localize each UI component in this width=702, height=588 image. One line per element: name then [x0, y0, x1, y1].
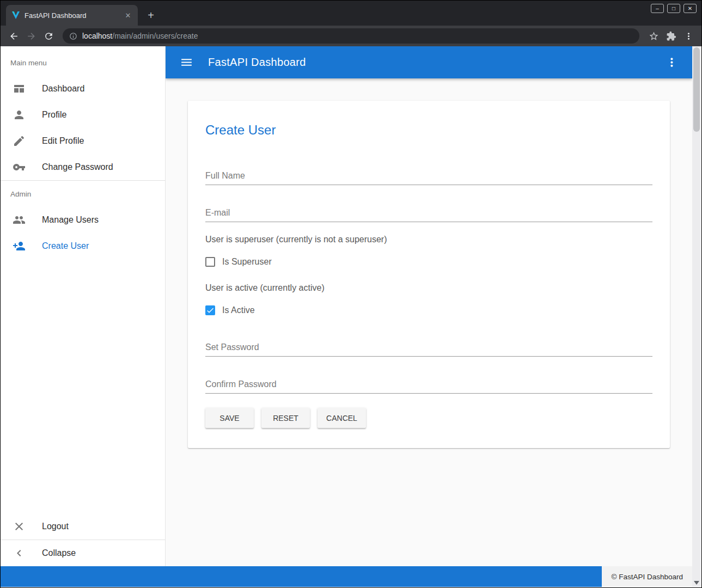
set-password-label: Set Password [205, 342, 652, 352]
app-footer: © FastAPI Dashboard [1, 566, 692, 587]
people-icon [13, 213, 26, 226]
extensions-button[interactable] [663, 28, 679, 44]
sidebar-item-label: Logout [42, 522, 69, 531]
cancel-button[interactable]: CANCEL [318, 408, 366, 428]
is-superuser-label[interactable]: Is Superuser [222, 257, 272, 267]
dots-vertical-icon [665, 56, 679, 69]
sidebar-section-header-admin: Admin [1, 181, 165, 207]
set-password-field[interactable]: Set Password [205, 342, 652, 357]
extensions-icon [666, 31, 676, 41]
is-active-checkbox-row: Is Active [205, 304, 652, 317]
window-close-button[interactable]: ✕ [683, 4, 697, 13]
back-arrow-icon [9, 31, 19, 41]
is-superuser-checkbox-row: Is Superuser [205, 255, 652, 268]
sidebar-item-logout[interactable]: Logout [1, 513, 165, 540]
person-add-icon [13, 240, 26, 253]
form-buttons: SAVE RESET CANCEL [205, 408, 652, 428]
vuetify-favicon-icon [11, 11, 20, 20]
page-info-icon [69, 32, 77, 40]
sidebar-section-header-main-menu: Main menu [1, 50, 165, 76]
chevron-left-icon [13, 547, 26, 560]
page-scrollbar[interactable] [692, 46, 701, 587]
star-icon [649, 31, 659, 41]
active-note: User is active (currently active) [205, 283, 652, 293]
is-active-label[interactable]: Is Active [222, 305, 255, 315]
field-underline [205, 356, 652, 357]
window-maximize-button[interactable]: □ [667, 4, 680, 13]
check-icon [206, 306, 215, 315]
window-controls: – □ ✕ [651, 4, 697, 13]
reload-icon [44, 31, 54, 41]
new-tab-button[interactable]: + [143, 8, 158, 23]
browser-titlebar: FastAPI Dashboard ✕ + – □ ✕ [1, 1, 701, 26]
scrollbar-down-arrow-icon[interactable] [694, 581, 699, 585]
sidebar-item-profile[interactable]: Profile [1, 102, 165, 128]
forward-arrow-icon [26, 31, 36, 41]
email-field[interactable]: E-mail [205, 207, 652, 222]
full-name-label: Full Name [205, 170, 652, 181]
sidebar-item-label: Create User [42, 241, 89, 251]
forward-button[interactable] [23, 28, 39, 44]
hamburger-menu-button[interactable] [176, 53, 196, 72]
browser-menu-button[interactable] [681, 28, 696, 44]
dashboard-icon [13, 82, 26, 95]
create-user-card: Create User Full Name E-mail User is sup… [188, 101, 670, 448]
back-button[interactable] [6, 28, 21, 44]
app-title: FastAPI Dashboard [208, 56, 306, 69]
tab-close-icon[interactable]: ✕ [124, 11, 132, 20]
app-bar: FastAPI Dashboard [166, 46, 692, 78]
sidebar: Main menu Dashboard Profile Edit Profile… [1, 46, 166, 566]
sidebar-item-create-user[interactable]: Create User [1, 233, 165, 259]
person-icon [13, 108, 26, 121]
footer-copyright: © FastAPI Dashboard [602, 566, 692, 587]
url-bar[interactable]: localhost/main/admin/users/create [63, 28, 639, 44]
reload-button[interactable] [41, 28, 56, 44]
superuser-note: User is superuser (currently is not a su… [205, 234, 652, 244]
field-underline [205, 222, 652, 222]
url-text: localhost/main/admin/users/create [82, 32, 198, 40]
hamburger-icon [180, 56, 193, 69]
close-icon [13, 520, 26, 533]
sidebar-item-manage-users[interactable]: Manage Users [1, 207, 165, 233]
sidebar-item-label: Edit Profile [42, 136, 84, 146]
sidebar-spacer [1, 259, 165, 513]
window-minimize-button[interactable]: – [651, 4, 664, 13]
sidebar-item-label: Collapse [42, 548, 76, 558]
footer-bar [1, 566, 602, 587]
confirm-password-label: Confirm Password [205, 379, 652, 389]
key-icon [13, 161, 26, 174]
confirm-password-field[interactable]: Confirm Password [205, 379, 652, 394]
sidebar-item-dashboard[interactable]: Dashboard [1, 76, 165, 102]
bookmark-button[interactable] [646, 28, 661, 44]
main-content: Create User Full Name E-mail User is sup… [166, 78, 692, 566]
sidebar-item-edit-profile[interactable]: Edit Profile [1, 128, 165, 154]
sidebar-item-label: Profile [42, 110, 66, 120]
email-label: E-mail [205, 207, 652, 218]
sidebar-item-change-password[interactable]: Change Password [1, 154, 165, 180]
browser-toolbar: localhost/main/admin/users/create [1, 26, 701, 46]
sidebar-item-label: Manage Users [42, 215, 99, 225]
full-name-field[interactable]: Full Name [205, 170, 652, 185]
field-underline [205, 185, 652, 185]
is-active-checkbox[interactable] [205, 305, 215, 315]
scrollbar-thumb[interactable] [693, 47, 700, 132]
pencil-icon [13, 134, 26, 148]
page-title: Create User [205, 122, 652, 138]
sidebar-item-label: Dashboard [42, 84, 84, 94]
tab-title: FastAPI Dashboard [25, 11, 119, 20]
save-button[interactable]: SAVE [205, 408, 254, 428]
field-underline [205, 393, 652, 394]
browser-tab[interactable]: FastAPI Dashboard ✕ [6, 5, 138, 26]
app-menu-button[interactable] [662, 53, 681, 72]
url-path: /main/admin/users/create [112, 32, 198, 40]
reset-button[interactable]: RESET [261, 408, 310, 428]
sidebar-item-label: Change Password [42, 162, 113, 172]
sidebar-item-collapse[interactable]: Collapse [1, 540, 165, 566]
dots-vertical-icon [683, 31, 694, 41]
is-superuser-checkbox[interactable] [205, 257, 215, 267]
browser-window: FastAPI Dashboard ✕ + – □ ✕ localhost/ma… [0, 0, 702, 588]
url-host: localhost [82, 32, 112, 40]
